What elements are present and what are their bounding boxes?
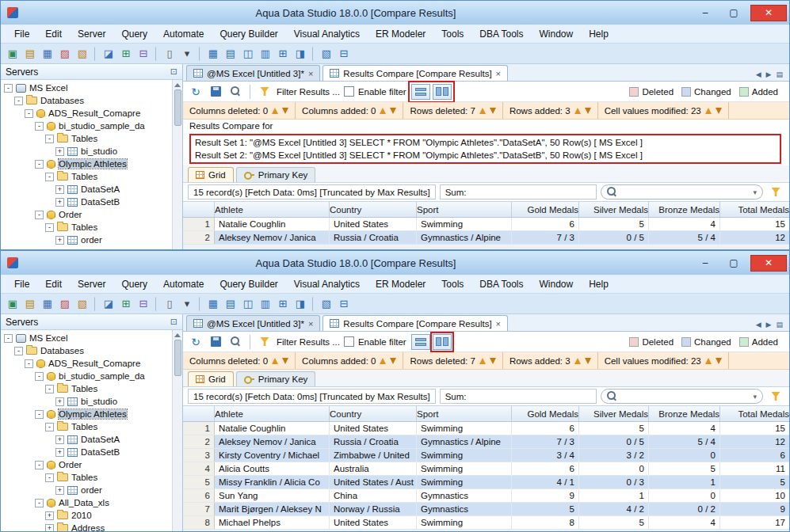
tree-expander-icon[interactable]: + bbox=[55, 236, 64, 245]
search-options-caret-icon[interactable]: ▾ bbox=[753, 393, 757, 401]
menu-item[interactable]: Window bbox=[532, 276, 581, 292]
import-data-icon[interactable]: ⊞ bbox=[118, 296, 134, 312]
filter-settings-button[interactable] bbox=[767, 184, 784, 200]
table-row[interactable]: 5 Missy Franklin / Alicia Co United Stat… bbox=[183, 476, 789, 489]
next-diff-icon[interactable] bbox=[716, 108, 722, 114]
tab-grid[interactable]: Grid bbox=[188, 167, 234, 182]
bronze-cell[interactable]: 0 bbox=[649, 489, 720, 502]
menu-item[interactable]: Visual Analytics bbox=[287, 26, 367, 42]
tree-item[interactable]: - ADS_Result_Comapre bbox=[1, 357, 172, 370]
gold-cell[interactable]: 8 bbox=[512, 516, 579, 529]
tree-item[interactable]: + DataSetA bbox=[1, 433, 172, 446]
total-cell[interactable]: 17 bbox=[720, 516, 789, 529]
filter-icon[interactable] bbox=[257, 334, 273, 350]
query-analyzer-icon[interactable]: ▨ bbox=[57, 296, 73, 312]
save-results-icon[interactable] bbox=[208, 84, 223, 100]
tab-scroll-right-icon[interactable]: ▶ bbox=[766, 321, 772, 329]
tree-expander-icon[interactable]: + bbox=[55, 147, 64, 156]
sport-cell[interactable]: Swimming bbox=[417, 516, 512, 529]
menu-item[interactable]: Window bbox=[532, 26, 581, 42]
search-options-caret-icon[interactable]: ▾ bbox=[753, 188, 757, 196]
silver-cell[interactable]: 5 bbox=[579, 218, 649, 230]
menu-item[interactable]: Edit bbox=[38, 26, 69, 42]
athlete-cell[interactable]: Natalie Coughlin bbox=[215, 218, 330, 230]
gold-cell[interactable]: 6 bbox=[512, 218, 579, 230]
bronze-cell[interactable]: 0 / 2 bbox=[649, 503, 720, 515]
tree-item[interactable]: + order bbox=[1, 234, 172, 246]
tab-list-icon[interactable]: ▤ bbox=[776, 321, 783, 329]
menu-item[interactable]: Automate bbox=[156, 26, 211, 42]
tree-item[interactable]: + DataSetB bbox=[1, 196, 172, 208]
menu-item[interactable]: Server bbox=[71, 276, 113, 292]
menu-item[interactable]: File bbox=[7, 276, 36, 292]
tree-expander-icon[interactable]: - bbox=[35, 461, 44, 469]
total-cell[interactable]: 12 bbox=[720, 231, 789, 244]
tab-results-compare[interactable]: Results Compare [Compare Results] × bbox=[322, 315, 508, 331]
column-header-country[interactable]: Country bbox=[330, 406, 417, 421]
form-view-icon[interactable]: ▥ bbox=[258, 296, 273, 312]
maximize-button[interactable]: ▢ bbox=[722, 255, 746, 272]
dock-icon[interactable]: ⊡ bbox=[170, 66, 177, 77]
country-cell[interactable]: Norway / Russia bbox=[330, 503, 417, 515]
register-server-icon[interactable]: ▣ bbox=[5, 46, 21, 62]
tree-expander-icon[interactable]: - bbox=[45, 135, 54, 143]
er-modeler-icon[interactable]: ▦ bbox=[40, 296, 55, 312]
sport-cell[interactable]: Swimming bbox=[417, 422, 512, 435]
column-header-athlete[interactable]: Athlete bbox=[215, 406, 330, 421]
import-data-icon[interactable]: ⊞ bbox=[118, 46, 134, 62]
silver-cell[interactable]: 1 bbox=[579, 489, 649, 502]
compare-results-icon[interactable]: ◨ bbox=[292, 46, 308, 62]
tree-item[interactable]: + bi_studio bbox=[1, 145, 172, 158]
close-button[interactable]: ✕ bbox=[750, 5, 787, 21]
tree-expander-icon[interactable]: + bbox=[55, 185, 64, 194]
tree-expander-icon[interactable]: + bbox=[55, 198, 64, 207]
athlete-cell[interactable]: Alicia Coutts bbox=[215, 462, 330, 475]
menu-item[interactable]: Automate bbox=[156, 276, 211, 292]
next-diff-icon[interactable] bbox=[490, 108, 496, 114]
scroll-up-icon[interactable] bbox=[174, 83, 181, 87]
silver-cell[interactable]: 5 bbox=[579, 422, 649, 435]
menu-item[interactable]: Visual Analytics bbox=[287, 276, 367, 292]
tree-item[interactable]: - Order bbox=[1, 458, 172, 471]
query-analyzer-icon[interactable]: ▨ bbox=[57, 46, 73, 62]
next-diff-icon[interactable] bbox=[490, 358, 496, 364]
tree-item[interactable]: + Address bbox=[1, 522, 172, 531]
total-cell[interactable]: 15 bbox=[720, 218, 789, 230]
column-header-gold[interactable]: Gold Medals bbox=[512, 406, 579, 421]
tree-expander-icon[interactable]: - bbox=[45, 173, 54, 181]
filter-results-label[interactable]: Filter Results ... bbox=[277, 87, 340, 97]
title-bar[interactable]: Aqua Data Studio 18.0.0 [Compare Results… bbox=[1, 251, 789, 275]
next-diff-icon[interactable] bbox=[716, 358, 722, 364]
country-cell[interactable]: Zimbabwe / United bbox=[330, 449, 417, 462]
tree-item[interactable]: - bi_studio_sample_da bbox=[1, 370, 172, 382]
table-row[interactable]: 7 Marit Bjørgen / Aleksey N Norway / Rus… bbox=[183, 503, 789, 516]
tree-expander-icon[interactable]: + bbox=[45, 511, 54, 520]
schema-browser-icon[interactable]: ◪ bbox=[101, 296, 116, 312]
menu-item[interactable]: Query bbox=[114, 26, 155, 42]
previous-diff-icon[interactable] bbox=[574, 108, 581, 114]
total-cell[interactable]: 12 bbox=[720, 435, 789, 448]
transpose-grid-icon[interactable]: ⊞ bbox=[275, 296, 291, 312]
table-row[interactable]: 3 Kirsty Coventry / Michael Zimbabwe / U… bbox=[183, 449, 789, 462]
column-header-gold[interactable]: Gold Medals bbox=[512, 202, 579, 217]
grid-search-input[interactable] bbox=[620, 392, 750, 401]
tree-expander-icon[interactable]: + bbox=[55, 486, 64, 495]
column-header-athlete[interactable]: Athlete bbox=[215, 202, 330, 217]
athlete-cell[interactable]: Natalie Coughlin bbox=[215, 422, 330, 435]
column-header-bronze[interactable]: Bronze Medals bbox=[649, 406, 720, 421]
athlete-cell[interactable]: Aleksey Nemov / Janica bbox=[215, 231, 330, 244]
country-cell[interactable]: United States bbox=[330, 516, 417, 529]
bronze-cell[interactable]: 5 / 4 bbox=[649, 435, 720, 448]
gold-cell[interactable]: 7 / 3 bbox=[512, 231, 579, 244]
table-row[interactable]: 1 Natalie Coughlin United States Swimmin… bbox=[183, 218, 789, 231]
dock-icon[interactable]: ⊡ bbox=[170, 317, 177, 327]
tree-scrollbar[interactable] bbox=[172, 80, 182, 249]
menu-item[interactable]: Server bbox=[71, 26, 113, 42]
er-modeler-icon[interactable]: ▦ bbox=[40, 46, 55, 62]
tree-expander-icon[interactable]: - bbox=[45, 223, 54, 232]
filter-results-label[interactable]: Filter Results ... bbox=[277, 337, 340, 347]
total-cell[interactable]: 9 bbox=[720, 503, 789, 515]
chart-view-icon[interactable]: ▧ bbox=[319, 46, 334, 62]
server-properties-icon[interactable]: ▤ bbox=[22, 296, 38, 312]
sport-cell[interactable]: Gymnastics / Alpine bbox=[417, 231, 512, 244]
